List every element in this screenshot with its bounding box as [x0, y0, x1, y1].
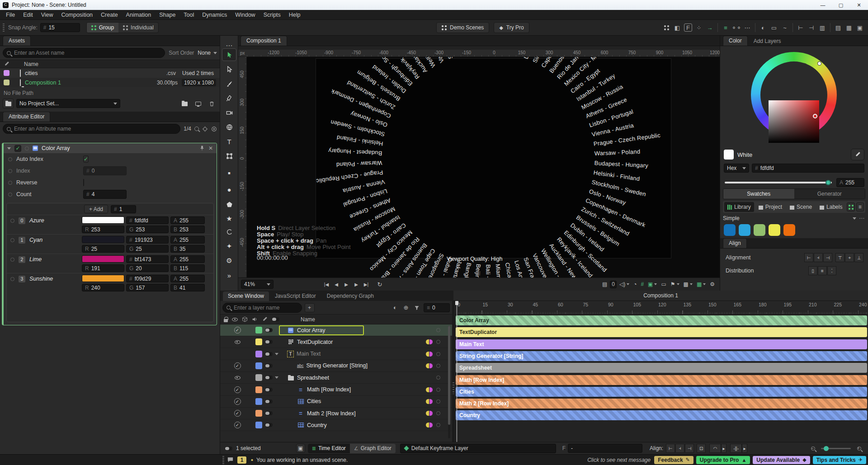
- align-h-0-button[interactable]: ⊢: [804, 253, 813, 262]
- layer-enabled-check[interactable]: ✓: [234, 410, 241, 417]
- delete-button[interactable]: [206, 98, 217, 109]
- timeline-track[interactable]: TextDuplicator: [456, 327, 867, 337]
- attribute-field[interactable]: #4: [83, 190, 127, 199]
- tab-dependency-graph[interactable]: Dependency Graph: [322, 291, 379, 301]
- expander-chevron-icon[interactable]: [273, 376, 281, 379]
- prev-keyframe-icon[interactable]: [426, 423, 429, 427]
- keyframe-circle-icon[interactable]: [8, 193, 12, 197]
- palette-swatch[interactable]: [769, 224, 780, 236]
- layer-visible-eye-icon[interactable]: [235, 340, 241, 344]
- speaker-icon[interactable]: ◁): [618, 280, 631, 288]
- curve-tool-icon[interactable]: [222, 226, 236, 239]
- assets-tab[interactable]: Assets: [3, 36, 31, 46]
- pentagon-tool-icon[interactable]: [222, 198, 236, 211]
- alpha-field[interactable]: A255: [170, 236, 205, 244]
- color-swatch[interactable]: [82, 255, 124, 263]
- feedback-button[interactable]: Feedback✎: [654, 456, 693, 464]
- collapse-chevron-icon[interactable]: [7, 147, 11, 150]
- timeline-track[interactable]: Color Array: [456, 315, 867, 325]
- grid-view-button[interactable]: [847, 202, 854, 211]
- snap-list-icon[interactable]: ≡: [720, 22, 731, 33]
- keyframe-circle-icon[interactable]: [436, 411, 440, 415]
- zoom-out-icon[interactable]: –: [807, 443, 818, 454]
- jump-start-icon[interactable]: |◀: [322, 280, 331, 288]
- flag-icon[interactable]: ⚑: [669, 280, 681, 288]
- zoom-in-icon[interactable]: +: [854, 443, 864, 454]
- hex-field[interactable]: #bf1473: [126, 255, 169, 263]
- playhead-handle[interactable]: [455, 301, 458, 305]
- layer-visible-eye-icon[interactable]: [235, 376, 241, 380]
- palette-swatch[interactable]: [783, 224, 795, 236]
- jump-end-icon[interactable]: ▶|: [362, 280, 371, 288]
- lock-column-icon[interactable]: [224, 319, 228, 322]
- hue-marker[interactable]: [818, 62, 821, 65]
- enabled-checkbox[interactable]: ✓: [14, 145, 21, 152]
- solo-filter-icon[interactable]: ◐: [391, 302, 399, 313]
- render-column-icon[interactable]: [242, 316, 248, 322]
- display-icon[interactable]: ▭: [660, 280, 667, 288]
- align-v-0-button[interactable]: ⊤: [835, 253, 844, 262]
- chevron-down-icon[interactable]: [853, 217, 856, 220]
- color-swatch[interactable]: [82, 236, 124, 243]
- gear-tool-icon[interactable]: ⚙: [222, 254, 236, 267]
- hold-keys-caret[interactable]: ▸: [742, 444, 747, 453]
- next-keyframe-icon[interactable]: [429, 399, 433, 404]
- align-v-1-button[interactable]: ＋: [845, 253, 854, 262]
- red-field[interactable]: R253: [82, 225, 124, 233]
- text-box-icon[interactable]: ▭: [769, 22, 779, 33]
- image-icon[interactable]: ▣: [646, 280, 658, 288]
- timeline-zoom-handle[interactable]: [824, 446, 829, 451]
- visibility-column-icon[interactable]: [232, 318, 238, 321]
- layer-color-chip[interactable]: [255, 338, 262, 345]
- menu-view[interactable]: View: [37, 12, 57, 18]
- film-icon[interactable]: ▤: [601, 280, 609, 288]
- library-button[interactable]: Library: [724, 202, 754, 212]
- timeline-track[interactable]: String Generator [String]: [456, 351, 867, 361]
- green-field[interactable]: G25: [126, 245, 169, 253]
- selection-toggle-icon[interactable]: [225, 446, 232, 451]
- palette-swatch[interactable]: [724, 224, 736, 236]
- message-bubble-icon[interactable]: [227, 456, 234, 463]
- layer-row[interactable]: ✓Country: [220, 419, 452, 431]
- prev-keyframe-icon[interactable]: [426, 352, 429, 357]
- align-v-2-button[interactable]: ⊥: [854, 253, 863, 262]
- hex-mode-select[interactable]: Hex: [724, 164, 749, 173]
- message-count-badge[interactable]: 1: [237, 456, 246, 464]
- layer-row[interactable]: ✓Cities: [220, 396, 452, 408]
- layer-toggle[interactable]: [265, 399, 273, 404]
- sparkle-tool-icon[interactable]: ✦: [222, 240, 236, 253]
- kf-align-1-button[interactable]: ⫞: [675, 444, 684, 453]
- tab-color[interactable]: Color: [723, 36, 748, 46]
- palette-more-button[interactable]: ⋯: [859, 215, 865, 221]
- target-icon[interactable]: [202, 126, 208, 132]
- expand-tools-icon[interactable]: »: [222, 269, 236, 282]
- frame-counter[interactable]: 0: [610, 281, 617, 288]
- rows-icon[interactable]: ▤: [833, 22, 844, 33]
- layers-icon[interactable]: ▩: [682, 280, 694, 288]
- crescent-icon[interactable]: ◐: [758, 22, 769, 33]
- next-keyframe-icon[interactable]: [429, 339, 433, 344]
- menu-dynamics[interactable]: Dynamics: [198, 12, 231, 18]
- keyframe-circle-icon[interactable]: [10, 277, 14, 281]
- red-field[interactable]: R25: [82, 245, 124, 253]
- kf-align-2-button[interactable]: ⊣: [685, 444, 694, 453]
- attribute-checkbox[interactable]: [83, 179, 84, 186]
- timeline-zoom-slider[interactable]: [821, 448, 851, 449]
- grid-icon[interactable]: #: [639, 280, 645, 288]
- layer-enabled-check[interactable]: ✓: [234, 327, 241, 333]
- onion-skin-icon[interactable]: ◔: [632, 280, 638, 288]
- clear-icon[interactable]: [211, 126, 217, 132]
- attribute-checkbox[interactable]: ✓: [83, 155, 89, 163]
- distribute-2-button[interactable]: ⁚: [827, 266, 836, 275]
- alpha-field[interactable]: A255: [836, 178, 864, 187]
- dope-sheet-button[interactable]: ▣: [296, 444, 305, 453]
- loop-icon[interactable]: ↻: [375, 280, 384, 288]
- frame-all-button[interactable]: ⊡: [697, 444, 706, 453]
- ellipsis-icon[interactable]: ⋯: [742, 22, 753, 33]
- prev-keyframe-icon[interactable]: [426, 399, 429, 404]
- timeline-track[interactable]: Country: [456, 410, 867, 420]
- menu-window[interactable]: Window: [231, 12, 259, 18]
- align-h-2-button[interactable]: ⊣: [823, 253, 832, 262]
- scene-button[interactable]: Scene: [787, 202, 815, 212]
- layer-search-input[interactable]: Enter a layer name: [222, 303, 302, 313]
